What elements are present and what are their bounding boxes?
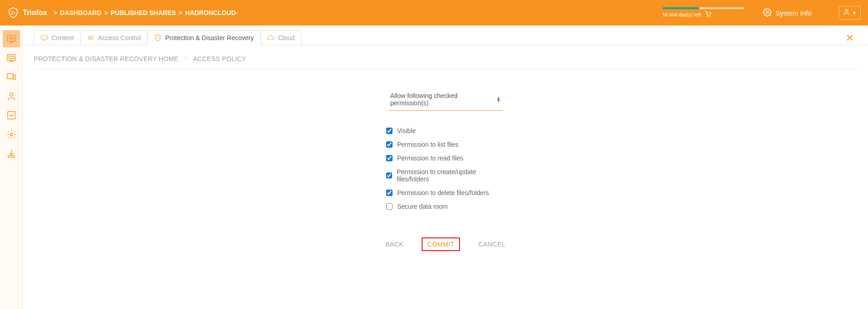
svg-point-9 <box>10 93 13 96</box>
permission-checkbox[interactable] <box>386 203 393 210</box>
user-menu-button[interactable]: ▼ <box>839 6 861 20</box>
gear-icon <box>763 8 772 18</box>
sidebar-item-settings[interactable] <box>3 126 20 143</box>
close-icon[interactable]: × <box>846 31 857 45</box>
permission-row[interactable]: Secure data room <box>386 203 505 210</box>
tab-access-control[interactable]: Access Control <box>80 30 148 45</box>
svg-point-11 <box>10 133 13 136</box>
svg-point-3 <box>845 10 847 12</box>
svg-rect-8 <box>13 75 16 79</box>
svg-rect-5 <box>7 55 15 61</box>
permission-label: Secure data room <box>397 203 448 210</box>
svg-point-0 <box>707 16 708 17</box>
svg-point-1 <box>710 16 710 17</box>
sidebar-item-shares[interactable] <box>3 30 20 47</box>
permission-label: Permission to create/update files/folder… <box>397 168 505 183</box>
permission-row[interactable]: Permission to read files <box>386 154 505 162</box>
svg-rect-13 <box>41 36 47 40</box>
trial-days-text: 16 trial day(s) left. <box>662 12 702 17</box>
sidebar-item-reports[interactable] <box>3 107 20 124</box>
back-button[interactable]: BACK <box>381 238 408 251</box>
breadcrumb: > DASHBOARD > PUBLISHED SHARES > HADRONC… <box>53 9 238 16</box>
svg-rect-7 <box>7 74 13 79</box>
breadcrumb-target[interactable]: HADRONCLOUD- <box>185 9 238 16</box>
permission-label: Permission to read files <box>397 154 464 162</box>
tab-protection-label: Protection & Disaster Recovery <box>165 34 254 41</box>
breadcrumb-published-shares[interactable]: PUBLISHED SHARES <box>111 9 176 16</box>
svg-point-15 <box>89 37 91 39</box>
permission-checkbox[interactable] <box>386 141 393 148</box>
cart-icon[interactable] <box>705 11 711 18</box>
permission-checkbox[interactable] <box>386 155 393 161</box>
svg-rect-6 <box>9 56 14 58</box>
sidebar-item-devices[interactable] <box>3 68 20 86</box>
tab-access-label: Access Control <box>98 34 141 41</box>
logo-area: Triofox > DASHBOARD > PUBLISHED SHARES >… <box>7 6 238 19</box>
permission-row[interactable]: Visible <box>386 127 505 134</box>
sidebar-item-servers[interactable] <box>3 49 20 67</box>
permission-label: Permission to list files <box>397 141 459 148</box>
commit-button[interactable]: COMMIT <box>422 237 460 251</box>
sidebar-item-users[interactable] <box>3 88 20 105</box>
trial-status: 16 trial day(s) left. <box>662 7 744 18</box>
sub-breadcrumb-home[interactable]: PROTECTION & DISASTER RECOVERY HOME <box>34 55 178 62</box>
permission-checkbox[interactable] <box>386 172 392 179</box>
tabs: Content Access Control Protection & Disa… <box>23 26 868 45</box>
sidebar-item-download[interactable] <box>3 145 20 162</box>
svg-point-2 <box>766 11 768 13</box>
logo-shield-icon <box>7 6 19 19</box>
cancel-button[interactable]: CANCEL <box>474 238 510 251</box>
permission-checkbox[interactable] <box>386 190 393 196</box>
user-icon <box>843 8 850 17</box>
left-sidebar <box>0 26 23 309</box>
main-content: Content Access Control Protection & Disa… <box>23 26 868 309</box>
permission-label: Visible <box>397 127 416 134</box>
sub-breadcrumb-current: ACCESS POLICY <box>193 55 246 62</box>
permission-row[interactable]: Permission to list files <box>386 141 505 148</box>
divider <box>34 69 857 69</box>
sub-breadcrumb: PROTECTION & DISASTER RECOVERY HOME ACCE… <box>23 45 868 69</box>
chevron-down-icon: ▼ <box>852 10 857 15</box>
chevron-right-icon <box>183 55 188 62</box>
permissions-list: VisiblePermission to list filesPermissio… <box>386 127 505 210</box>
brand-text: Triofox <box>23 9 47 17</box>
tab-protection[interactable]: Protection & Disaster Recovery <box>147 30 261 45</box>
permissions-mode-label: Allow following checked permission(s) <box>390 92 496 107</box>
trial-progress-bar <box>662 7 744 9</box>
permissions-mode-select[interactable]: Allow following checked permission(s) ▲▼ <box>388 88 502 111</box>
tab-cloud-label: Cloud <box>278 34 295 41</box>
breadcrumb-dashboard[interactable]: DASHBOARD <box>60 9 102 16</box>
system-info-button[interactable]: System Info <box>763 8 811 18</box>
svg-rect-4 <box>7 36 15 41</box>
button-row: BACK COMMIT CANCEL <box>300 237 591 251</box>
svg-rect-12 <box>8 156 15 158</box>
permission-checkbox[interactable] <box>386 128 393 134</box>
tab-cloud[interactable]: Cloud <box>260 30 302 45</box>
sort-icon: ▲▼ <box>496 97 501 102</box>
tab-content[interactable]: Content <box>34 30 81 45</box>
permission-label: Permission to delete files/folders <box>397 189 489 196</box>
system-info-label: System Info <box>775 9 811 17</box>
topbar: Triofox > DASHBOARD > PUBLISHED SHARES >… <box>0 0 868 26</box>
tab-content-label: Content <box>52 34 74 41</box>
permission-row[interactable]: Permission to create/update files/folder… <box>386 168 505 183</box>
permission-row[interactable]: Permission to delete files/folders <box>386 189 505 196</box>
